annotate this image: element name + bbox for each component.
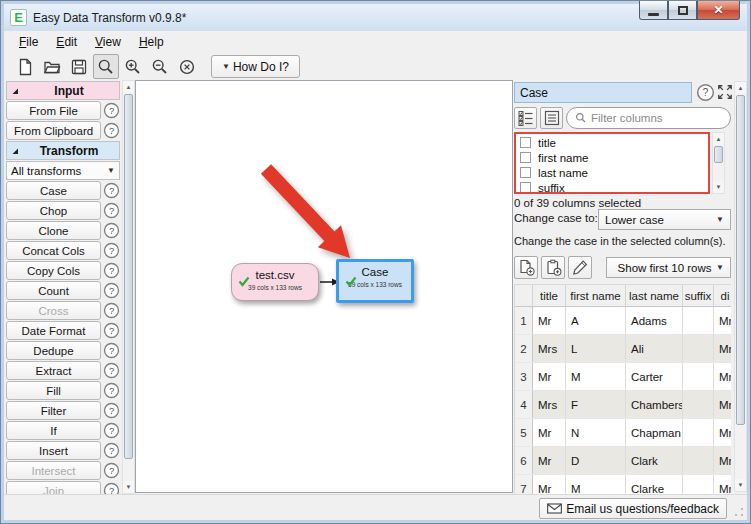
sidebar-item-button[interactable]: Date Format [6,321,101,340]
new-file-button[interactable] [12,54,38,79]
sidebar-item-button[interactable]: Filter [6,401,101,420]
help-icon[interactable] [103,122,120,139]
help-icon[interactable] [103,202,120,219]
resize-grip[interactable] [734,507,744,517]
zoom-out-button[interactable] [147,54,173,79]
column-checklist-row[interactable]: first name [516,150,708,165]
magnifier-icon [97,58,115,76]
maximize-button[interactable] [668,1,697,20]
sidebar-item-button[interactable]: Extract [6,361,101,380]
menu-item[interactable]: View [86,32,130,52]
column-checklist-row[interactable]: last name [516,165,708,180]
checkbox[interactable] [520,152,531,163]
sidebar-item-button[interactable]: Insert [6,441,101,460]
how-do-i-button[interactable]: ▼ How Do I? [211,55,300,78]
node-case[interactable]: Case 39 cols x 133 rows [336,259,414,303]
help-icon[interactable] [103,422,120,439]
open-file-button[interactable] [39,54,65,79]
help-icon[interactable] [103,402,120,419]
checkbox[interactable] [520,137,531,148]
table-cell: Mr [533,475,566,494]
scroll-down-icon[interactable]: ▼ [735,479,746,491]
sidebar-item-button[interactable]: Intersect [6,461,101,480]
change-case-dropdown[interactable]: Lower case ▼ [598,209,731,230]
select-mode-button[interactable] [93,54,119,79]
help-icon[interactable] [103,442,120,459]
canvas[interactable]: test.csv 39 cols x 133 rows Case 39 cols… [135,80,513,493]
sidebar-item-button[interactable]: Count [6,281,101,300]
help-icon[interactable] [103,242,120,259]
rows-filter-dropdown[interactable]: Show first 10 rows ▼ [606,257,731,278]
column-checklist: title first name last name suffi [514,132,710,194]
column-checklist-row[interactable]: suffix [516,180,708,194]
help-icon[interactable] [103,102,120,119]
sidebar-item-button[interactable]: Concat Cols [6,241,101,260]
help-icon[interactable] [696,83,715,102]
checkbox[interactable] [520,167,531,178]
sidebar-item-button[interactable]: Copy Cols [6,261,101,280]
clear-selection-button[interactable] [540,107,563,129]
save-button[interactable] [66,54,92,79]
sidebar-item-button[interactable]: Chop [6,201,101,220]
select-all-columns-button[interactable] [514,107,537,129]
reset-zoom-button[interactable] [174,54,200,79]
edit-values-button[interactable] [568,256,592,279]
column-checklist-row[interactable]: title [516,135,708,150]
help-icon[interactable] [103,322,120,339]
sidebar-item-button[interactable]: Join [6,481,101,494]
how-do-i-label: How Do I? [233,60,289,74]
scroll-up-icon[interactable]: ▲ [713,133,724,145]
help-icon[interactable] [103,382,120,399]
menu-item[interactable]: Help [130,32,173,52]
scrollbar-thumb[interactable] [736,95,745,425]
sidebar-item-button[interactable]: Clone [6,221,101,240]
transform-filter-dropdown[interactable]: All transforms ▼ [6,161,120,180]
table-cell [683,447,714,474]
scroll-up-icon[interactable]: ▲ [735,82,746,94]
help-icon[interactable] [103,482,120,494]
sidebar-section-input[interactable]: Input [6,81,120,100]
sidebar-item-button[interactable]: From Clipboard [6,121,101,140]
zoom-in-button[interactable] [120,54,146,79]
sidebar-item-button[interactable]: Cross [6,301,101,320]
input-header-label: Input [19,84,119,98]
sidebar-item-button[interactable]: Case [6,181,101,200]
scrollbar-thumb[interactable] [714,146,723,163]
sidebar-item-button[interactable]: From File [6,101,101,120]
table-header [515,285,533,306]
close-button[interactable]: ✕ [697,1,740,20]
collapse-triangle-icon [11,87,19,95]
sidebar-scrollbar[interactable]: ▲ ▼ [122,80,135,494]
filter-columns-input[interactable] [591,112,722,124]
help-icon[interactable] [103,262,120,279]
sidebar-item-button[interactable]: If [6,421,101,440]
checkbox[interactable] [520,182,531,193]
help-icon[interactable] [103,462,120,479]
expand-panel-icon[interactable] [717,84,733,100]
table-cell: Mrs [533,391,566,418]
scrollbar-thumb[interactable] [124,94,133,459]
help-icon[interactable] [103,362,120,379]
help-icon[interactable] [103,282,120,299]
menu-item[interactable]: Edit [47,32,86,52]
help-icon[interactable] [103,342,120,359]
column-list-scrollbar[interactable]: ▲ ▼ [712,132,725,194]
scroll-up-icon[interactable]: ▲ [123,81,134,93]
menubar: FileEditViewHelp [4,31,747,53]
sidebar-section-transform[interactable]: Transform [6,141,120,160]
help-icon[interactable] [103,222,120,239]
sidebar-item-button[interactable]: Dedupe [6,341,101,360]
menu-item[interactable]: File [10,32,47,52]
email-feedback-button[interactable]: Email us questions/feedback [539,498,727,519]
node-test-csv[interactable]: test.csv 39 cols x 133 rows [231,263,319,301]
copy-clipboard-button[interactable] [541,256,565,279]
help-icon[interactable] [103,302,120,319]
sidebar-transform-item: Concat Cols [6,241,135,260]
panel-scrollbar[interactable]: ▲ ▼ [734,81,747,492]
sidebar-item-button[interactable]: Fill [6,381,101,400]
scroll-down-icon[interactable]: ▼ [713,181,724,193]
minimize-button[interactable] [639,1,668,20]
help-icon[interactable] [103,182,120,199]
scroll-down-icon[interactable]: ▼ [123,481,134,493]
export-file-button[interactable] [514,256,538,279]
